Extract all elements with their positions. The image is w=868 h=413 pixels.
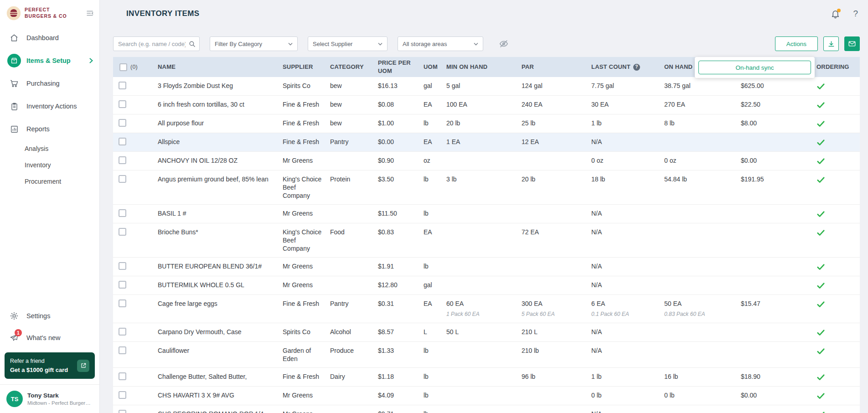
category-cell: bew [326,96,374,114]
min-value: 5 gal [446,82,514,90]
sidebar-item-purchasing[interactable]: Purchasing [0,72,99,95]
row-checkbox[interactable] [119,346,126,354]
email-button[interactable] [844,36,860,51]
par-cell: 210 lb [518,342,588,367]
category-cell: Protein [326,170,374,204]
external-link-icon[interactable] [77,360,89,372]
price-value: $0.08 [378,100,416,108]
download-button[interactable] [823,36,839,51]
category-cell [326,152,374,170]
par-value: 20 lb [522,175,584,183]
name-value: 3 Floyds Zombie Dust Keg [158,82,275,90]
supplier-value: Mr Greens [283,281,323,289]
table-row[interactable]: BASIL 1 #Mr Greens$11.50lbN/A [113,205,860,223]
table-row[interactable]: 6 inch fresh corn tortillas, 30 ctFine &… [113,96,860,114]
row-checkbox[interactable] [119,299,126,307]
row-checkbox[interactable] [119,228,126,236]
sidebar-item-settings[interactable]: Settings [0,305,99,327]
table-row[interactable]: Brioche Buns*King's Choice Beef CompanyF… [113,223,860,258]
storage-area-filter-select[interactable]: All storage areas [398,36,483,51]
search-icon[interactable] [188,40,196,48]
supplier-filter-label: Select Supplier [313,41,352,47]
column-header-label: UOM [424,63,439,71]
notifications-bell-icon[interactable] [831,9,840,19]
uom-value: EA [424,228,439,236]
category-cell: Alcohol [326,323,374,341]
row-checkbox[interactable] [119,328,126,336]
table-row[interactable]: Cage free large eggsFine & FreshPantry$0… [113,295,860,323]
onhand-cell [661,323,737,341]
sidebar-item-reports[interactable]: Reports [0,118,99,140]
row-checkbox[interactable] [119,119,126,127]
row-checkbox[interactable] [119,82,126,89]
onhand-sync-option[interactable]: On-hand sync [698,61,811,74]
table-row[interactable]: CHS HAVARTI 3 X 9# AVGMr Greens$4.09lb0 … [113,387,860,405]
refer-a-friend-card[interactable]: Refer a friend Get a $1000 gift card [5,352,95,379]
last-value: 6 EA [591,299,657,308]
select-all-checkbox[interactable] [119,63,127,71]
table-row[interactable]: All purpose flourFine & Freshbew$1.00lb2… [113,114,860,133]
table-row[interactable]: Angus premium ground beef, 85% leanKing'… [113,170,860,205]
row-checkbox[interactable] [119,209,126,217]
table-row[interactable]: Challenge Butter, Salted Butter,Fine & F… [113,368,860,387]
table-row[interactable]: 3 Floyds Zombie Dust KegSpirits Cobew$16… [113,77,860,96]
user-profile[interactable]: TS Tony Stark Midtown - Perfect Burgers … [0,384,99,413]
row-checkbox[interactable] [119,410,126,413]
ordering-check-icon [816,228,856,237]
uom-value: EA [424,100,439,108]
table-row[interactable]: Carpano Dry Vermouth, CaseSpirits CoAlco… [113,323,860,342]
burger-logo-icon [6,6,21,21]
sidebar-item-inventory-actions[interactable]: Inventory Actions [0,95,99,118]
supplier-filter-select[interactable]: Select Supplier [308,36,388,51]
ordering-cell [813,387,860,405]
min-cell: 100 EA [443,96,518,114]
par-value: 124 gal [522,82,584,90]
topbar: INVENTORY ITEMS ? [113,0,860,27]
supplier-cell: Mr Greens [279,205,326,223]
actions-button[interactable]: Actions [775,36,818,51]
row-checkbox[interactable] [119,281,126,289]
row-checkbox[interactable] [119,100,126,108]
table-row[interactable]: ANCHOVY IN OIL 12/28 OZMr Greens$0.90oz0… [113,152,860,170]
row-checkbox[interactable] [119,372,126,380]
category-filter-select[interactable]: Filter By Category [210,36,298,51]
row-checkbox[interactable] [119,175,126,183]
category-value: Produce [330,346,371,355]
search-input[interactable] [113,36,200,51]
sidebar-item-label: Inventory Actions [26,103,77,110]
row-checkbox[interactable] [119,138,126,145]
supplier-value: Mr Greens [283,391,323,399]
table-row[interactable]: BUTTERMILK WHOLE 0.5 GLMr Greens$12.80ga… [113,276,860,295]
ordering-cell [813,205,860,223]
reports-icon [7,125,21,134]
price-cell: $1.91 [374,258,420,276]
sidebar-collapse-icon[interactable] [86,9,94,17]
sidebar-item-dashboard[interactable]: Dashboard [0,26,99,49]
category-cell: bew [326,114,374,133]
sidebar-subitem-analysis[interactable]: Analysis [0,140,99,157]
eye-off-icon[interactable] [499,39,509,49]
category-cell [326,405,374,413]
row-checkbox[interactable] [119,262,126,270]
table-row[interactable]: CauliflowerGarden of EdenProduce$1.33lb2… [113,342,860,368]
check-cell [113,342,142,367]
column-help-icon[interactable]: ? [633,64,640,71]
help-icon[interactable]: ? [853,9,858,19]
table-row[interactable]: CHS PECORINO ROMANO DOP 1/4 WHEELMr Gree… [113,405,860,413]
row-checkbox[interactable] [119,391,126,399]
sidebar-item-items-setup[interactable]: Items & Setup [0,49,99,72]
sidebar-subitem-inventory[interactable]: Inventory [0,157,99,173]
table-row[interactable]: BUTTER EUROPEAN BLEND 36/1#Mr Greens$1.9… [113,258,860,276]
min-cell [443,205,518,223]
uom-cell: lb [420,342,443,367]
sidebar-item-whats-new[interactable]: 1 What's new [0,327,99,349]
category-cell: Produce [326,342,374,367]
name-value: BASIL 1 # [158,209,275,217]
value-cell: $8.00 [737,114,813,133]
last-value: N/A [591,138,657,146]
row-checkbox[interactable] [119,156,126,164]
par-cell [518,152,588,170]
table-row[interactable]: AllspiceFine & FreshPantry$0.00EA1 EA12 … [113,133,860,152]
sidebar-subitem-procurement[interactable]: Procurement [0,173,99,190]
value-cell: $18.90 [737,368,813,386]
